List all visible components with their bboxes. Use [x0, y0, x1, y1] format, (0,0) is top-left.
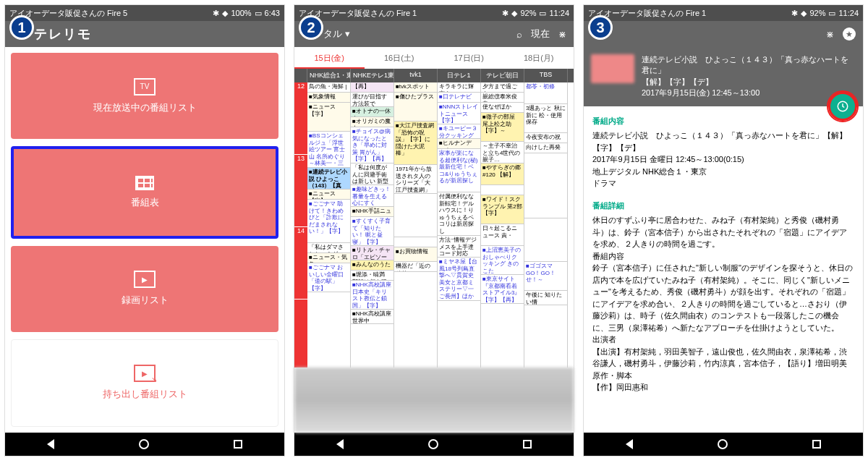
top-bar: ⋇ ★ [584, 21, 863, 47]
program-datetime: 2017年9月15日(金) 12:45～13:00 [642, 88, 856, 98]
program-cell[interactable]: 親総僕泰米俊帝 [481, 93, 524, 103]
back-button[interactable] [47, 439, 54, 449]
program-cell[interactable]: ■ニュース・気象 [307, 253, 350, 263]
program-cell[interactable]: ■連続テレビ小説 ひよっこ（143）【真 [307, 168, 350, 190]
settings-icon[interactable]: ⋇ [826, 29, 834, 40]
now-playing-card[interactable]: TV 現在放送中の番組リスト [11, 53, 278, 139]
date-tab[interactable]: 16日(土) [365, 47, 435, 69]
date-tab[interactable]: 15日(金) [294, 47, 365, 69]
program-cell[interactable]: 「私はダマされない？ダマされやすい [307, 243, 350, 253]
program-cell[interactable]: 機器だ「近のせり」 [394, 262, 437, 272]
filter-dropdown[interactable]: タル ▾ [323, 27, 350, 41]
date-tab[interactable]: 17日(日) [434, 47, 504, 69]
program-cell[interactable]: ～主子不幸治と立ち4世代の親子… [481, 142, 524, 163]
status-bar: アイオーデータ販促さんの Fire 1 ✱◆92%▭11:24 [584, 5, 863, 21]
program-cell[interactable]: ■日テレナビ [438, 93, 480, 103]
back-button[interactable] [626, 439, 633, 449]
program-cell[interactable]: ■ゴゴスマ GO！GO！せ！～ [524, 262, 567, 291]
takeout-list-card[interactable]: ▶↘ 持ち出し番組リスト [11, 339, 278, 427]
program-cell[interactable]: ■趣味どきっ！ 暮量を生える 心にすく [351, 185, 393, 207]
channel-header-cell: テレビ朝日 [481, 69, 524, 82]
program-cell[interactable]: ■ワイド！スクランブル 第2部【字】 [481, 195, 524, 224]
program-cell[interactable]: ■オトナの一休さ [351, 107, 393, 117]
recording-list-card[interactable]: ▶ 録画リスト [11, 246, 278, 332]
program-cell[interactable]: ■上沼恵美子のおしゃべりクッキング きのこた [481, 246, 524, 275]
program-cell[interactable]: ■ヒルナンデス！ [438, 139, 480, 149]
back-button[interactable] [336, 439, 344, 449]
program-cell[interactable]: ■NHK手話ニュ [351, 207, 393, 217]
channel-column: 【再】運びが目指す方法装で■オトナの一休さ■オリガミの魔女■チョイス@病気になっ… [351, 82, 394, 368]
program-cell[interactable]: ■堀添・晴満 朝鮮は何を狙っ [351, 271, 393, 281]
program-cell[interactable]: ■ミヤネ屋【台風18号列島直撃へ▽貫賀史美女と京都ミステリー▽一ご長州】ほか【字… [438, 258, 480, 301]
recents-button[interactable] [523, 440, 532, 449]
program-cell[interactable]: 【再】 [351, 82, 393, 93]
search-icon[interactable]: ⌕ [516, 29, 522, 40]
program-cell[interactable]: ■リトル・チャロ「エピソード2 [351, 246, 393, 260]
program-cell[interactable]: ■ニュース【字】 [307, 190, 350, 200]
program-cell[interactable]: 都苓・初修 [524, 82, 567, 104]
program-cell[interactable]: 鳥の魚・海鮮 | VTR [307, 82, 350, 93]
program-cell[interactable]: 3週あっと 秋に新に 松・使用保存 [524, 104, 567, 133]
recents-button[interactable] [234, 440, 242, 449]
cast-title: 出演者 [592, 334, 854, 346]
favorite-button[interactable]: ★ [843, 27, 856, 41]
program-cell[interactable]: ■ごごナマ おいしい金曜日「道の駅」【字】 [307, 263, 350, 292]
program-cell[interactable] [524, 218, 567, 262]
program-cell[interactable]: ■やすらぎの郷 #120 【解】 [481, 163, 524, 185]
program-cell[interactable]: 使なぜほか [481, 103, 524, 113]
date-tab[interactable]: 18日(月) [504, 47, 574, 69]
cast-text: 【出演】有村架純，羽田美智子，遠山俊也，佐久間由衣，泉澤祐希，渋谷謙人，磯村勇斗… [592, 346, 854, 370]
program-cell[interactable]: 日々起こるニュース 責・ [481, 224, 524, 246]
program-cell[interactable]: ■みんなのうた [351, 260, 393, 271]
program-cell[interactable]: 方法･情報デジメスを上手達コード対応 [438, 236, 480, 258]
program-cell[interactable]: ■BSコンシェルジュ「浮世絵ツアー 富士山 名所めぐり～林美一・三井・村井美 [307, 132, 350, 168]
program-cell[interactable]: 午後に 知りたい情 [524, 291, 567, 305]
program-cell[interactable] [394, 237, 437, 247]
program-cell[interactable] [394, 194, 437, 237]
program-cell[interactable]: 付属便利なな新転宅！デルハウスに！りゅうちぇるペコリは新居探し [438, 192, 480, 236]
program-cell[interactable]: ■NHK高校講座 日本史「キリスト教伝と鎖国」【字】 [351, 281, 393, 310]
program-cell[interactable] [524, 153, 567, 218]
step-badge-1: 1 [9, 15, 34, 40]
home-button[interactable] [139, 439, 149, 449]
program-cell[interactable]: ■tvkスポット [394, 82, 437, 93]
program-cell[interactable]: ■チョイス@病気になったとき「早めに対策 胃がん」【字】【再】 [351, 127, 393, 163]
now-button[interactable]: 現在 [531, 27, 550, 41]
program-grid[interactable]: 121314 鳥の魚・海鮮 | VTR■気象情報■ニュース【字】■BSコンシェル… [294, 82, 574, 368]
step-badge-3: 3 [588, 15, 613, 40]
program-cell[interactable]: ■傷ひたプラス [394, 93, 437, 122]
program-cell[interactable]: ■ごごナマ 助けて！きわめびと「詐欺にだまされない！」【字】 [307, 200, 350, 243]
home-button[interactable] [428, 439, 438, 449]
wifi-icon: ◆ [801, 9, 807, 18]
program-cell[interactable] [481, 185, 524, 195]
script-title: 原作・脚本 [592, 370, 854, 382]
program-header: 連続テレビ小説 ひよっこ（１４３）「真っ赤なハートを君に」 【解】【字】【デ】 … [584, 47, 863, 106]
program-cell[interactable]: ■東京サイト 『京都南看着ストアイル3』【字】【再】 [481, 275, 524, 304]
program-cell[interactable]: 向けした再発 [524, 143, 567, 153]
bluetooth-icon: ✱ [502, 9, 509, 18]
settings-icon[interactable]: ⋇ [558, 29, 566, 40]
program-cell[interactable]: ■ニュース【字】 [307, 103, 350, 132]
program-cell[interactable]: ■キユーピー３分クッキング [438, 124, 480, 139]
program-cell[interactable]: キラキラに輝夜き [438, 82, 480, 93]
program-guide-card[interactable]: 番組表 [11, 146, 278, 238]
home-button[interactable] [718, 439, 728, 449]
program-cell[interactable]: 今夜安布の祝 [524, 133, 567, 143]
channel-header-cell: NHK総合1・東 [307, 69, 351, 82]
program-cell[interactable]: ■オリガミの魔女 [351, 117, 393, 127]
record-fab[interactable] [828, 92, 857, 121]
program-cell[interactable]: ■NHK高校講座 世界中 [351, 310, 393, 324]
channel-header-cell: TBS [524, 69, 568, 82]
program-cell[interactable]: 1971年から放送されタ人のシリーズ「大江戸捜査網」を [394, 165, 437, 194]
program-cell[interactable]: 家事が楽になる超便利な(秘)最新住宅！ベコ&りゅうちぇるが新居探し [438, 149, 480, 192]
program-cell[interactable]: ■すくすく子育て「知りたい！ 昵と昼寝」【字】【再】 [351, 217, 393, 246]
program-cell[interactable]: 「私は何度がんに回避手術は新しい 新型抗ビロリが [351, 163, 393, 185]
program-cell[interactable]: 運びが目指す方法装で [351, 93, 393, 107]
recents-button[interactable] [812, 440, 821, 449]
program-cell[interactable]: ■気象情報 [307, 93, 350, 103]
program-cell[interactable]: ■お買物情報 [394, 247, 437, 262]
program-cell[interactable]: ■徹子の部屋 尾上松之助【字】～ [481, 113, 524, 142]
program-cell[interactable]: ■大江戸捜査網「恐怖の呪誤」【字】に隠けた大泥棒」 [394, 122, 437, 165]
program-cell[interactable]: 夕方まで過ごさ [481, 82, 524, 93]
program-cell[interactable]: ■NNNストレイトニュース【字】 [438, 103, 480, 124]
